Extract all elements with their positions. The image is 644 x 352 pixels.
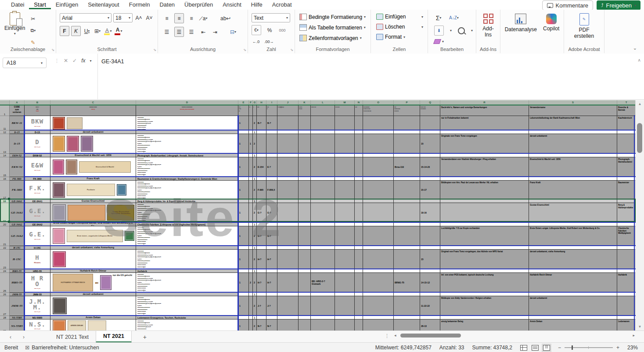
cell-K-EKW-52[interactable] bbox=[299, 154, 311, 157]
cell-L-EKW-52-data[interactable] bbox=[311, 157, 335, 177]
cell-Q-HRO-55-data[interactable]: 14-15-12 bbox=[420, 273, 440, 293]
cell-L1[interactable]: ▪▪▪▪▪▪▪ ▪ ▪▪▪▪ bbox=[311, 105, 335, 116]
row-header-17[interactable]: 17 bbox=[0, 181, 10, 200]
cell-T-GE-34A2[interactable] bbox=[617, 223, 636, 226]
dialog-launcher-icon[interactable]: ⇘ bbox=[290, 48, 293, 52]
cell-F-NS-55B5[interactable] bbox=[249, 316, 253, 319]
cell-F-H-15C[interactable] bbox=[249, 246, 253, 250]
cell-J-GE-34A1[interactable] bbox=[277, 200, 299, 203]
percent-button[interactable]: % bbox=[265, 25, 274, 35]
cell-D-EKW-52-data[interactable]: ▪▪▪▪▪▪▪▪▪▪▪▪▪▪ ▪▪▪▪▪▪▪▪▪▪▪▪▪▪▪▪▪|▪▪▪▪▪▪▪… bbox=[136, 157, 238, 177]
cell-Q-EKW-52[interactable] bbox=[420, 154, 440, 157]
cell-A-GE-34A1-data[interactable]: GE-34A1 bbox=[10, 203, 25, 223]
cell-B-H-15C[interactable]: H-15C bbox=[25, 246, 50, 250]
cell-I-GE-34A1-data[interactable]: G-? bbox=[266, 203, 277, 223]
column-header-T[interactable]: T bbox=[617, 100, 636, 105]
cell-F-HRO-55-data[interactable]: 2 bbox=[249, 273, 253, 293]
cell-A-NS-55B5-data[interactable]: NS-55B5 bbox=[10, 319, 25, 330]
cell-K-D-15[interactable] bbox=[299, 131, 311, 134]
cell-A-GE-34A2-data[interactable]: GE-34A2 bbox=[10, 226, 25, 246]
cell-R-EKW-52-data[interactable]: Verwenderdaten von Vladimir Münzberger /… bbox=[440, 157, 529, 177]
column-header-R[interactable]: R bbox=[440, 100, 529, 105]
cell-K-FK-38D-data[interactable] bbox=[299, 181, 311, 200]
format-as-table-button[interactable]: Als Tabelle formatieren bbox=[309, 25, 362, 31]
row-header-24[interactable]: 24 bbox=[0, 269, 10, 273]
data-analysis-button[interactable]: Datenanalyse bbox=[505, 14, 537, 33]
cell-J-D-15-data[interactable] bbox=[277, 134, 299, 154]
cell-P-FK-38D-data[interactable] bbox=[394, 181, 420, 200]
cell-O-HRO-55[interactable] bbox=[363, 269, 394, 273]
row-header-20[interactable]: 20 bbox=[0, 223, 10, 226]
cell-O-D-15[interactable] bbox=[363, 131, 394, 134]
cell-I-HRO-55-data[interactable]: H-? bbox=[266, 273, 277, 293]
cell-M-FK-38D-data[interactable] bbox=[335, 181, 355, 200]
cell-R-JMM-55[interactable] bbox=[440, 293, 529, 296]
cell-F-JMM-55-data[interactable] bbox=[249, 296, 253, 316]
cell-G-JMM-55[interactable]: 1 bbox=[253, 293, 257, 296]
insert-function-button[interactable]: fx bbox=[81, 58, 85, 64]
cell-L-BKW-11-data[interactable] bbox=[311, 116, 335, 131]
cell-G-EKW-52[interactable]: 1 bbox=[253, 154, 257, 157]
cell-C-JMM-55-data[interactable] bbox=[50, 296, 136, 316]
cell-J-GE-34A1-data[interactable] bbox=[277, 203, 299, 223]
cell-M-D-15[interactable] bbox=[335, 131, 355, 134]
cell-I-NS-55B5-data[interactable]: N-? bbox=[266, 319, 277, 330]
cell-J-BKW-11-data[interactable] bbox=[277, 116, 299, 131]
cell-I-H-15C-data[interactable]: H-? bbox=[266, 250, 277, 269]
page-layout-view-button[interactable] bbox=[532, 345, 539, 351]
fill-button[interactable]: ⬇ bbox=[434, 25, 444, 36]
cell-C-EKW-52[interactable]: Eisenschiml & Wachtl seit: 1856 bbox=[50, 154, 136, 157]
cell-B-GE-34A2-data[interactable]: G.E.▪▪▪▪ ▪▪-▪▪ bbox=[25, 226, 50, 246]
cell-H-FK-38D[interactable] bbox=[257, 177, 266, 181]
cell-D-NS-55B5[interactable]: Lederwaren Erzeugnisse, Taschen, Rucksäc… bbox=[136, 316, 238, 319]
cell-K-NS-55B5-data[interactable] bbox=[299, 319, 311, 330]
cell-A-H-15C[interactable]: H-15C bbox=[10, 246, 25, 250]
vertical-scrollbar[interactable]: ▲ ▼ bbox=[635, 100, 644, 330]
cell-M-JMM-55-data[interactable] bbox=[335, 296, 355, 316]
cell-G-HRO-55[interactable]: 1 bbox=[253, 269, 257, 273]
cell-K-GE-34A2-data[interactable] bbox=[299, 226, 311, 246]
cell-A-FK-38D-data[interactable]: FK-38D bbox=[10, 181, 25, 200]
cell-J-EKW-52-data[interactable] bbox=[277, 157, 299, 177]
cell-M-H-15C[interactable] bbox=[335, 246, 355, 250]
scroll-up-icon[interactable]: ▲ bbox=[636, 102, 644, 106]
cell-C-BKW-11-data[interactable] bbox=[50, 116, 136, 131]
cell-T-FK-38D[interactable] bbox=[617, 177, 636, 181]
column-header-B[interactable]: B bbox=[25, 100, 50, 105]
orientation-button[interactable]: ⟋a ▾ bbox=[199, 14, 208, 23]
column-header-H[interactable]: H bbox=[257, 100, 266, 105]
cell-A-GE-34A2[interactable]: GE-34A2 bbox=[10, 223, 25, 226]
column-header-K[interactable]: K bbox=[299, 100, 311, 105]
cell-T-JMM-55-data[interactable] bbox=[617, 296, 636, 316]
cell-N-HRO-55[interactable] bbox=[355, 269, 363, 273]
cell-R-GE-34A1-data[interactable] bbox=[440, 203, 529, 223]
cell-M-NS-55B5-data[interactable] bbox=[335, 319, 355, 330]
cell-L-JMM-55-data[interactable] bbox=[311, 296, 335, 316]
cell-S1[interactable]: Verwendername bbox=[529, 105, 617, 116]
cell-K-JMM-55[interactable] bbox=[299, 293, 311, 296]
cell-P-EKW-52-data[interactable]: Brna-110 bbox=[394, 157, 420, 177]
cell-Q-GE-34A2[interactable] bbox=[420, 223, 440, 226]
cell-R-D-15[interactable] bbox=[440, 131, 529, 134]
cell-B-GE-34A2[interactable]: GE-34A2 bbox=[25, 223, 50, 226]
cell-A-EKW-52[interactable]: EKW-52 bbox=[10, 154, 25, 157]
cell-O-GE-34A1-data[interactable] bbox=[363, 203, 394, 223]
cell-T-JMM-55[interactable] bbox=[617, 293, 636, 296]
cell-B-D-15-data[interactable]: D▪▪▪▪ ▪▪-▪▪ bbox=[25, 134, 50, 154]
row-header-14[interactable]: 14 bbox=[0, 154, 10, 157]
cell-M-BKW-11-data[interactable] bbox=[335, 116, 355, 131]
cell-R-EKW-52[interactable] bbox=[440, 154, 529, 157]
cell-Q-GE-34A2-data[interactable] bbox=[420, 226, 440, 246]
cell-B-GE-34A1-data[interactable]: G.E.▪▪▪▪ ▪▪-▪▪ bbox=[25, 203, 50, 223]
font-size-combo[interactable]: 18▾ bbox=[113, 13, 133, 22]
cell-F-EKW-52[interactable] bbox=[249, 154, 253, 157]
cell-P1[interactable]: ▪▪▪▪▪ ▪▪▪▪▪▪▪▪▪▪ ▪▪▪▪▪▪ ▪▪ ▪▪▪▪▪ ▪▪▪▪ bbox=[394, 105, 420, 116]
cell-F-GE-34A1[interactable] bbox=[249, 200, 253, 203]
cell-Q-H-15C[interactable] bbox=[420, 246, 440, 250]
cell-O-JMM-55[interactable] bbox=[363, 293, 394, 296]
cell-N-NS-55B5-data[interactable] bbox=[355, 319, 363, 330]
cell-E-NS-55B5-data[interactable]: 1 bbox=[238, 319, 249, 330]
comments-button[interactable]: Kommentare bbox=[542, 0, 593, 10]
cell-P-GE-34A2[interactable] bbox=[394, 223, 420, 226]
cell-K-HRO-55-data[interactable] bbox=[299, 273, 311, 293]
